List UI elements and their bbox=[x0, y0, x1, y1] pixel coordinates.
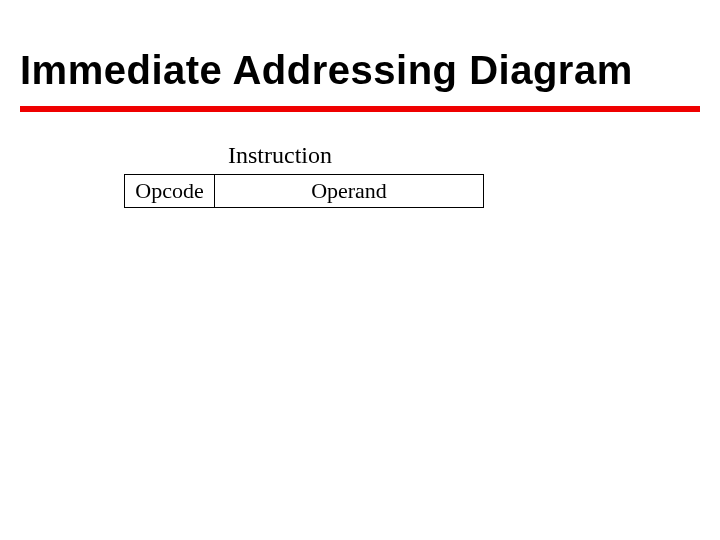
page-title: Immediate Addressing Diagram bbox=[20, 48, 633, 93]
instruction-label-wrapper: Instruction bbox=[0, 142, 720, 169]
instruction-box: Opcode Operand bbox=[124, 174, 484, 208]
operand-cell: Operand bbox=[215, 175, 483, 207]
title-underline bbox=[20, 106, 700, 112]
instruction-label: Instruction bbox=[228, 142, 332, 169]
slide: Immediate Addressing Diagram Instruction… bbox=[0, 0, 720, 540]
opcode-cell: Opcode bbox=[125, 175, 215, 207]
